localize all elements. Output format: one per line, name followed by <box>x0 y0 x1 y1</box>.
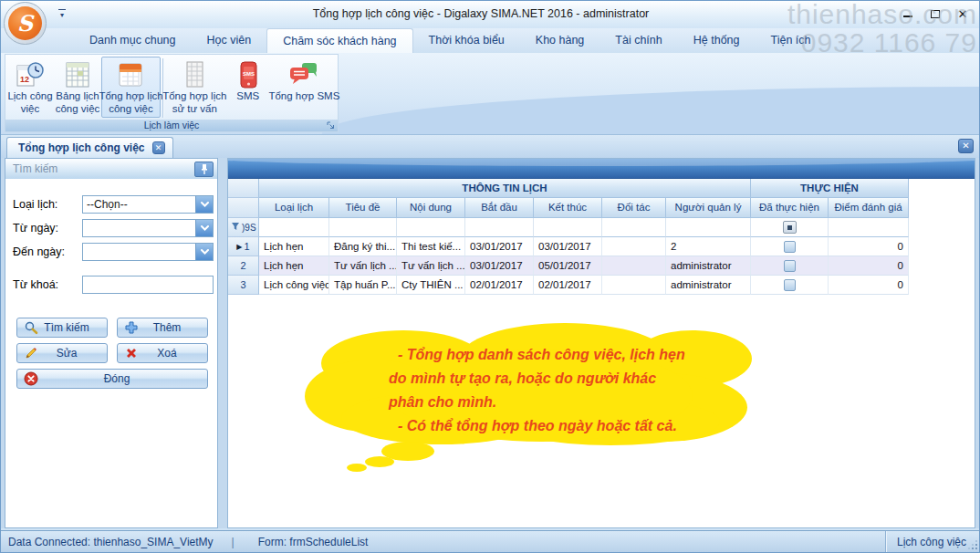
cell-nguoi_quan_ly[interactable]: administrator <box>666 256 751 276</box>
ribbon-button-tong-hop-lich-cong-viec[interactable]: Tổng hợp lịchcông việc <box>101 57 161 118</box>
table-row[interactable]: ▶1Lịch hẹnĐăng ký thi...Thi test kiế...0… <box>228 237 975 256</box>
cell-loai_lich[interactable]: Lịch hẹn <box>259 237 329 256</box>
ribbon-button-bang-lich-cong-viec[interactable]: Bảng lịchcông việc <box>54 57 101 118</box>
cell-bat_dau[interactable]: 02/01/2017 <box>465 276 534 295</box>
cell-ket_thuc[interactable]: 03/01/2017 <box>534 237 602 256</box>
chat-sms-icon <box>287 59 320 90</box>
row-indicator[interactable]: 3 <box>228 276 259 295</box>
cell-loai_lich[interactable]: Lịch hẹn <box>259 256 329 276</box>
filter-cell-loai_lich[interactable] <box>259 218 329 237</box>
cell-nguoi_quan_ly[interactable]: 2 <box>666 237 751 256</box>
cell-da_thuc_hien[interactable] <box>751 276 829 295</box>
pin-icon[interactable] <box>194 162 214 177</box>
ribbon-tab-kho-hang[interactable]: Kho hàng <box>520 28 600 53</box>
filter-cell-tieu_de[interactable] <box>329 218 397 237</box>
ribbon-tab-hoc-vien[interactable]: Học viên <box>192 28 267 53</box>
column-header-da_thuc_hien[interactable]: Đã thực hiện <box>751 198 829 218</box>
cell-tieu_de[interactable]: Tập huấn P... <box>329 276 397 295</box>
ribbon-tab-cham-soc-khach-hang[interactable]: Chăm sóc khách hàng <box>266 28 412 53</box>
filter-cell-da_thuc_hien[interactable] <box>751 218 829 237</box>
dialog-launcher-icon[interactable] <box>326 120 336 130</box>
cell-doi_tac[interactable] <box>602 256 666 276</box>
ribbon-tab-tien-ich[interactable]: Tiện ích <box>755 28 826 53</box>
chevron-down-icon[interactable] <box>195 244 213 260</box>
column-header-nguoi_quan_ly[interactable]: Người quản lý <box>666 198 751 218</box>
app-logo[interactable]: S <box>4 2 47 45</box>
filter-cell-diem_danh_gia[interactable] <box>829 218 909 237</box>
filter-checkbox[interactable] <box>783 221 797 234</box>
cell-loai_lich[interactable]: Lịch công việc <box>259 276 329 295</box>
cell-bat_dau[interactable]: 03/01/2017 <box>465 256 534 276</box>
cell-tieu_de[interactable]: Đăng ký thi... <box>329 237 397 256</box>
cell-nguoi_quan_ly[interactable]: administrator <box>666 276 751 295</box>
resize-grip[interactable] <box>967 539 977 549</box>
cell-noi_dung[interactable]: Thi test kiế... <box>397 237 465 256</box>
ribbon-button-sms[interactable]: SMSSMS <box>224 57 272 106</box>
ribbon-tab-danh-muc-chung[interactable]: Danh mục chung <box>74 28 192 53</box>
cell-tieu_de[interactable]: Tư vấn lịch ... <box>329 256 397 276</box>
maximize-button[interactable] <box>926 5 944 23</box>
row-indicator[interactable]: ▶1 <box>228 237 259 256</box>
tabstrip-close-button[interactable]: ✕ <box>958 139 974 153</box>
cell-doi_tac[interactable] <box>602 276 666 295</box>
ribbon-button-tong-hop-sms[interactable]: Tổng hợp SMS <box>272 57 337 106</box>
filter-cell-bat_dau[interactable] <box>465 218 534 237</box>
tim-kiem-button[interactable]: Tìm kiếm <box>16 318 108 338</box>
ribbon-button-tong-hop-lich-su-tu-van[interactable]: Tổng hợp lịchsử tư vấn <box>165 57 224 118</box>
tab-close-icon[interactable]: ✕ <box>152 141 165 154</box>
grid-band-group[interactable]: THÔNG TIN LỊCH <box>259 179 751 198</box>
cell-noi_dung[interactable]: Tư vấn lịch ... <box>397 256 465 276</box>
ribbon-tab-tai-chinh[interactable]: Tài chính <box>599 28 677 53</box>
chevron-down-icon[interactable] <box>195 220 213 236</box>
column-header-diem_danh_gia[interactable]: Điểm đánh giá <box>829 198 909 218</box>
table-row[interactable]: 2Lịch hẹnTư vấn lịch ...Tư vấn lịch ...0… <box>228 256 975 276</box>
filter-cell-doi_tac[interactable] <box>602 218 666 237</box>
column-header-ket_thuc[interactable]: Kết thúc <box>534 198 602 218</box>
ribbon-group-lich-lam-viec: 12Lịch côngviệcBảng lịchcông việcTổng hợ… <box>5 54 339 132</box>
cell-diem_danh_gia[interactable]: 0 <box>829 237 909 256</box>
cell-ket_thuc[interactable]: 02/01/2017 <box>534 276 602 295</box>
checkbox-unchecked[interactable] <box>784 241 796 253</box>
xoa-button[interactable]: Xoá <box>117 343 208 363</box>
filter-cell-nguoi_quan_ly[interactable] <box>666 218 751 237</box>
close-button[interactable]: ✕ <box>954 5 972 23</box>
checkbox-unchecked[interactable] <box>784 279 796 291</box>
column-header-loai_lich[interactable]: Loại lịch <box>259 198 329 218</box>
ribbon-button-label: Tổng hợp lịchcông việc <box>99 90 162 115</box>
minimize-button[interactable] <box>899 5 917 23</box>
column-header-doi_tac[interactable]: Đối tác <box>602 198 666 218</box>
den-ngay-combo[interactable] <box>82 243 214 261</box>
tu-ngay-combo[interactable] <box>82 219 214 237</box>
column-header-tieu_de[interactable]: Tiêu đề <box>329 198 397 218</box>
sua-button[interactable]: Sửa <box>16 343 108 363</box>
dong-button[interactable]: Đóng <box>16 369 208 389</box>
cell-diem_danh_gia[interactable]: 0 <box>829 256 909 276</box>
column-header-noi_dung[interactable]: Nội dung <box>397 198 465 218</box>
tu-khoa-input[interactable] <box>82 276 214 294</box>
filter-cell-noi_dung[interactable] <box>397 218 465 237</box>
loai-lich-combo[interactable]: --Chọn-- <box>82 195 214 214</box>
cell-da_thuc_hien[interactable] <box>751 237 829 256</box>
grid-band-group[interactable]: THỰC HIỆN <box>751 179 909 198</box>
cell-bat_dau[interactable]: 03/01/2017 <box>465 237 534 256</box>
row-indicator[interactable]: 2 <box>228 256 259 276</box>
cell-ket_thuc[interactable]: 05/01/2017 <box>534 256 602 276</box>
main-content: Tìm kiếm Loại lịch:--Chọn--Từ ngày:Đến n… <box>1 158 979 528</box>
chevron-down-icon[interactable] <box>195 196 213 213</box>
document-tab-active[interactable]: Tổng hợp lịch công việc ✕ <box>6 137 173 158</box>
filter-cell-ket_thuc[interactable] <box>534 218 602 237</box>
them-button[interactable]: Thêm <box>117 318 208 338</box>
grid-group-header-row: THÔNG TIN LỊCHTHỰC HIỆN <box>228 179 975 198</box>
quick-access-dropdown-icon[interactable]: ▾ <box>56 7 68 19</box>
checkbox-unchecked[interactable] <box>784 260 796 272</box>
cell-noi_dung[interactable]: Cty THIÊN ... <box>397 276 465 295</box>
ribbon-tab-thoi-khoa-bieu[interactable]: Thời khóa biểu <box>413 28 520 53</box>
ribbon-tab-he-thong[interactable]: Hệ thống <box>678 28 756 53</box>
ribbon-button-lich-cong-viec[interactable]: 12Lịch côngviệc <box>6 57 54 118</box>
title-bar: ▾ Tổng hợp lịch công việc - Digalaxy SIM… <box>1 1 979 28</box>
cell-diem_danh_gia[interactable]: 0 <box>829 276 909 295</box>
cell-doi_tac[interactable] <box>602 237 666 256</box>
table-row[interactable]: 3Lịch công việcTập huấn P...Cty THIÊN ..… <box>228 276 975 295</box>
cell-da_thuc_hien[interactable] <box>751 256 829 276</box>
column-header-bat_dau[interactable]: Bắt đầu <box>465 198 534 218</box>
